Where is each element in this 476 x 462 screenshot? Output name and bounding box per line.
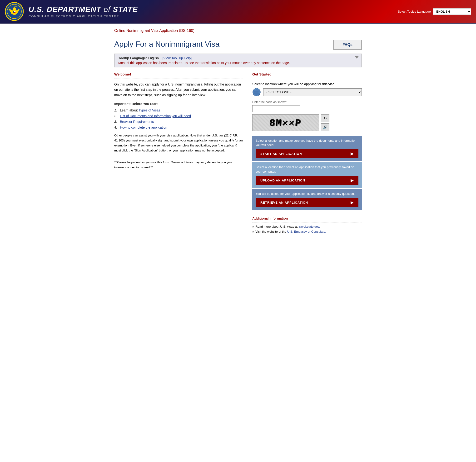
how-to-complete-link[interactable]: How to complete the application xyxy=(120,125,167,129)
list-item: 4. How to complete the application xyxy=(114,125,243,129)
tooltip-lang-label: Tooltip Language: xyxy=(118,56,147,60)
tooltip-lang-value: English xyxy=(148,56,159,60)
types-of-visas-link[interactable]: Types of Visas xyxy=(138,108,160,112)
lang-selector-label: Select Tooltip Language xyxy=(398,10,431,13)
captcha-input[interactable] xyxy=(252,105,300,112)
site-subtitle: CONSULAR ELECTRONIC APPLICATION CENTER xyxy=(29,15,398,18)
list-item: 2. List of Documents and Information you… xyxy=(114,114,243,118)
list-item: 3. Browser Requirements xyxy=(114,120,243,124)
tooltip-language-select[interactable]: ENGLISH SPANISH FRENCH ARABIC CHINESE xyxy=(433,8,471,15)
additional-info-item-2: » Visit the website of the U.S. Embassy … xyxy=(252,230,362,233)
location-row: - SELECT ONE - xyxy=(252,88,362,96)
title-text-part2: STATE xyxy=(110,5,138,14)
page-title: Apply For a Nonimmigrant Visa xyxy=(114,40,220,49)
main-content: Online Nonimmigrant Visa Application (DS… xyxy=(107,24,369,240)
title-text-part1: U.S. DEPARTMENT xyxy=(29,5,103,14)
upload-application-button[interactable]: UPLOAD AN APPLICATION ▶ xyxy=(256,176,358,185)
captcha-refresh-button[interactable]: ↻ xyxy=(321,114,329,122)
language-selector-area: Select Tooltip Language ENGLISH SPANISH … xyxy=(398,8,471,15)
bullet-icon-1: » xyxy=(252,225,254,228)
upload-application-text: Select a location then select an applica… xyxy=(256,165,358,174)
right-column: Get Started Select a location where you … xyxy=(252,72,362,235)
retrieve-application-label: RETRIEVE AN APPLICATION xyxy=(260,201,308,204)
retrieve-arrow-icon: ▶ xyxy=(351,200,354,205)
globe-icon xyxy=(252,88,261,96)
start-application-text: Select a location and make sure you have… xyxy=(256,139,358,147)
captcha-area: 8M✕✕P ↻ 🔊 xyxy=(252,114,362,131)
translation-note: Most of this application has been transl… xyxy=(118,61,358,65)
view-tooltip-help-link[interactable]: [View Tool Tip Help] xyxy=(162,56,192,60)
tooltip-lang-line: Tooltip Language: English [View Tool Tip… xyxy=(118,56,358,60)
captcha-audio-button[interactable]: 🔊 xyxy=(321,123,329,131)
additional-info-section: Additional Information » Read more about… xyxy=(252,214,362,233)
welcome-text: On this website, you can apply for a U.S… xyxy=(114,82,243,98)
patience-text: **Please be patient as you use this form… xyxy=(114,160,243,170)
start-application-button[interactable]: START AN APPLICATION ▶ xyxy=(256,149,358,158)
bullet-icon-2: » xyxy=(252,230,254,233)
legal-text: Other people can assist you with your vi… xyxy=(114,133,243,153)
embassy-consulate-link[interactable]: U.S. Embassy or Consulate. xyxy=(287,230,326,233)
faq-button[interactable]: FAQs xyxy=(333,40,362,50)
browser-requirements-link[interactable]: Browser Requirements xyxy=(120,120,154,124)
page-title-row: Apply For a Nonimmigrant Visa FAQs xyxy=(114,40,362,50)
retrieve-application-text: You will be asked for your application I… xyxy=(256,192,358,196)
upload-application-section: Select a location then select an applica… xyxy=(252,162,362,188)
list-item: 1. Learn about Types of Visas xyxy=(114,108,243,112)
department-seal: ★ ★ ★ ★ ★ DEPARTMENT OF STATE xyxy=(5,2,24,21)
upload-arrow-icon: ▶ xyxy=(351,178,354,183)
start-application-label: START AN APPLICATION xyxy=(260,152,302,156)
start-arrow-icon: ▶ xyxy=(351,151,354,156)
two-column-layout: Welcome! On this website, you can apply … xyxy=(114,72,362,235)
get-started-heading: Get Started xyxy=(252,72,362,76)
site-header: ★ ★ ★ ★ ★ DEPARTMENT OF STATE U.S. DEPAR… xyxy=(0,0,476,24)
retrieve-application-section: You will be asked for your application I… xyxy=(252,189,362,210)
captcha-controls: ↻ 🔊 xyxy=(321,114,329,131)
before-start-heading: Important: Before You Start xyxy=(114,102,243,107)
captcha-label: Enter the code as shown: xyxy=(252,100,362,104)
left-column: Welcome! On this website, you can apply … xyxy=(114,72,243,235)
svg-point-3 xyxy=(13,7,16,11)
retrieve-application-button[interactable]: RETRIEVE AN APPLICATION ▶ xyxy=(256,198,358,207)
captcha-image: 8M✕✕P xyxy=(252,114,319,131)
upload-application-label: UPLOAD AN APPLICATION xyxy=(260,179,305,182)
documents-list-link[interactable]: List of Documents and Information you wi… xyxy=(120,114,191,118)
svg-text:★ ★ ★ ★ ★: ★ ★ ★ ★ ★ xyxy=(11,6,17,7)
additional-info-item-1: » Read more about U.S. visas at travel.s… xyxy=(252,225,362,228)
location-select[interactable]: - SELECT ONE - xyxy=(263,88,362,96)
additional-info-heading: Additional Information xyxy=(252,217,362,220)
site-title: U.S. DEPARTMENT of STATE CONSULAR ELECTR… xyxy=(29,5,398,18)
captcha-text: 8M✕✕P xyxy=(269,117,302,129)
page-subtitle: Online Nonimmigrant Visa Application (DS… xyxy=(114,29,362,35)
welcome-heading: Welcome! xyxy=(114,72,243,76)
svg-rect-6 xyxy=(13,11,14,13)
before-start-list: 1. Learn about Types of Visas 2. List of… xyxy=(114,108,243,129)
tooltip-arrow-icon xyxy=(355,56,359,59)
tooltip-bar: Tooltip Language: English [View Tool Tip… xyxy=(114,53,362,67)
location-label: Select a location where you will be appl… xyxy=(252,82,362,86)
start-application-section: Select a location and make sure you have… xyxy=(252,136,362,161)
title-of: of xyxy=(103,5,110,14)
travel-state-gov-link[interactable]: travel.state.gov. xyxy=(298,225,320,228)
